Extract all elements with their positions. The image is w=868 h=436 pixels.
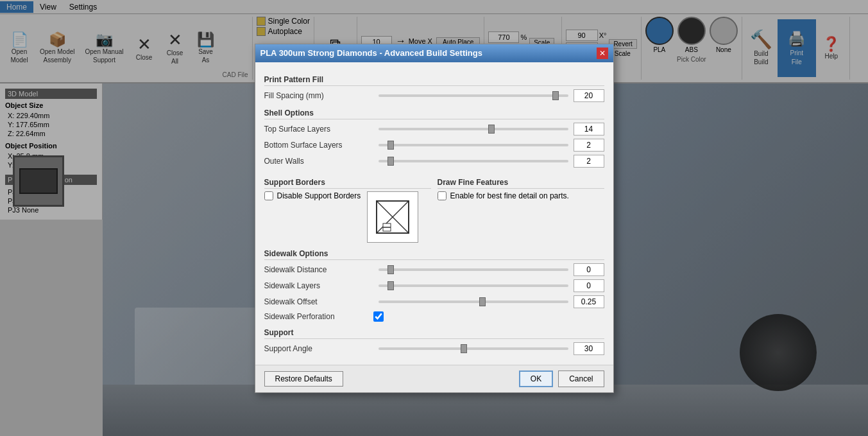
disable-support-checkbox[interactable] (264, 191, 273, 200)
outer-walls-row: Outer Walls (264, 155, 604, 168)
top-surface-row: Top Surface Layers (264, 123, 604, 135)
support-fine-row: Support Borders Disable Support Borders (264, 171, 604, 243)
support-angle-input[interactable] (574, 342, 604, 355)
bottom-surface-slider[interactable] (379, 144, 568, 146)
dialog-title-bar: PLA 300um Strong Diamonds - Advanced Bui… (255, 44, 613, 62)
support-borders-section: Support Borders (264, 177, 431, 189)
support-angle-label: Support Angle (264, 344, 373, 353)
bottom-surface-label: Bottom Surface Layers (264, 141, 373, 150)
sidewalk-perforation-label: Sidewalk Perforation (264, 312, 373, 321)
support-angle-slider[interactable] (379, 347, 568, 350)
sidewalk-perforation-checkbox[interactable] (373, 311, 384, 322)
outer-walls-label: Outer Walls (264, 157, 373, 166)
ok-button[interactable]: OK (519, 371, 553, 387)
support-borders-col: Support Borders Disable Support Borders (264, 171, 431, 243)
sidewalk-offset-row: Sidewalk Offset (264, 295, 604, 308)
enable-fine-row[interactable]: Enable for best fine detail on parts. (438, 191, 604, 200)
sidewalk-offset-label: Sidewalk Offset (264, 297, 373, 306)
sidewalk-distance-row: Sidewalk Distance (264, 263, 604, 276)
support-section: Support (264, 327, 604, 339)
support-svg (373, 198, 412, 236)
modal-overlay: PLA 300um Strong Diamonds - Advanced Bui… (0, 0, 868, 436)
sidewalk-distance-slider[interactable] (379, 268, 568, 271)
draw-fine-section: Draw Fine Features (438, 177, 604, 189)
cancel-button[interactable]: Cancel (558, 371, 604, 387)
sidewalk-perforation-row: Sidewalk Perforation (264, 311, 604, 322)
outer-walls-input[interactable] (574, 155, 604, 168)
fill-spacing-slider[interactable] (379, 94, 568, 97)
support-content: Disable Support Borders (264, 191, 431, 243)
support-preview-icon (367, 191, 418, 243)
dialog-close-button[interactable]: ✕ (597, 48, 608, 59)
bottom-surface-row: Bottom Surface Layers (264, 139, 604, 152)
dialog-body: Print Pattern Fill Fill Spacing (mm) She… (255, 62, 613, 365)
restore-defaults-button[interactable]: Restore Defaults (264, 371, 343, 387)
sidewalk-distance-label: Sidewalk Distance (264, 265, 373, 274)
fill-spacing-input[interactable] (574, 89, 604, 102)
fill-spacing-row: Fill Spacing (mm) (264, 89, 604, 102)
disable-support-row[interactable]: Disable Support Borders (264, 191, 361, 200)
sidewalk-section: Sidewalk Options (264, 248, 604, 260)
fill-spacing-label: Fill Spacing (mm) (264, 91, 373, 100)
advanced-settings-dialog: PLA 300um Strong Diamonds - Advanced Bui… (255, 44, 614, 393)
sidewalk-layers-row: Sidewalk Layers (264, 279, 604, 292)
dialog-footer: Restore Defaults OK Cancel (255, 365, 613, 392)
sidewalk-offset-slider[interactable] (379, 301, 568, 303)
shell-options-section: Shell Options (264, 107, 604, 119)
sidewalk-layers-slider[interactable] (379, 284, 568, 287)
support-angle-row: Support Angle (264, 342, 604, 355)
sidewalk-offset-input[interactable] (574, 295, 604, 308)
sidewalk-layers-input[interactable] (574, 279, 604, 292)
enable-fine-label: Enable for best fine detail on parts. (450, 191, 569, 200)
disable-support-label: Disable Support Borders (277, 191, 361, 200)
bottom-surface-input[interactable] (574, 139, 604, 152)
top-surface-input[interactable] (574, 123, 604, 135)
top-surface-slider[interactable] (379, 128, 568, 130)
dialog-action-buttons: OK Cancel (519, 371, 604, 387)
outer-walls-slider[interactable] (379, 160, 568, 162)
sidewalk-distance-input[interactable] (574, 263, 604, 276)
sidewalk-layers-label: Sidewalk Layers (264, 281, 373, 290)
support-options: Disable Support Borders (264, 191, 361, 200)
dialog-title: PLA 300um Strong Diamonds - Advanced Bui… (260, 48, 482, 58)
enable-fine-checkbox[interactable] (438, 191, 447, 200)
top-surface-label: Top Surface Layers (264, 125, 373, 134)
print-pattern-section: Print Pattern Fill (264, 74, 604, 86)
draw-fine-col: Draw Fine Features Enable for best fine … (438, 171, 604, 243)
